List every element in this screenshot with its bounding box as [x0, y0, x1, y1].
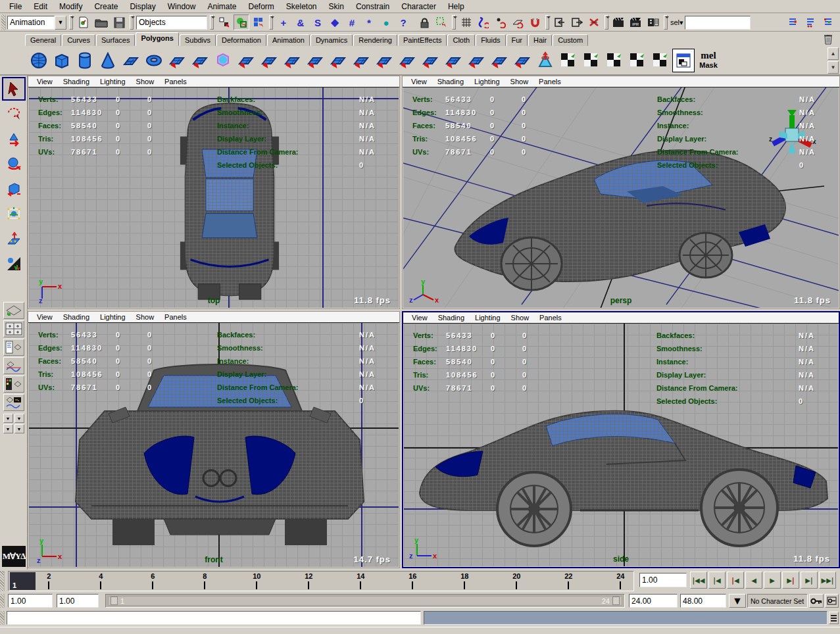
panel-menu-view[interactable]: View [407, 78, 432, 85]
uv-texture-editor-icon[interactable] [649, 49, 672, 72]
construction-history-icon[interactable] [586, 14, 602, 30]
panel-menu-lighting[interactable]: Lighting [95, 78, 130, 85]
select-handles-icon[interactable]: & [293, 14, 309, 30]
ipr-render-icon[interactable]: IPR [628, 14, 644, 30]
mel-mask-shelf-item[interactable]: mel Mask [695, 49, 722, 72]
time-slider[interactable]: 1 24681012141618202224 [8, 571, 634, 591]
shelf-tab-dynamics[interactable]: Dynamics [310, 34, 353, 46]
shelf-tab-deformation[interactable]: Deformation [216, 34, 266, 46]
shelf-tab-rendering[interactable]: Rendering [353, 34, 397, 46]
show-tool-settings-icon[interactable] [803, 14, 818, 30]
panel-menu-panels[interactable]: Panels [534, 78, 566, 85]
input-connections-icon[interactable] [552, 14, 568, 30]
menu-display[interactable]: Display [124, 1, 161, 12]
panel-menu-view[interactable]: View [32, 78, 57, 85]
command-line-input[interactable] [7, 611, 421, 625]
range-options-dropdown-icon[interactable]: ▼ [729, 594, 746, 608]
scroll-up-icon[interactable]: ▲ [828, 47, 839, 60]
four-pane-layout[interactable] [3, 320, 24, 337]
status-group-separator[interactable] [605, 15, 608, 30]
range-end-handle[interactable] [612, 597, 620, 605]
merge-vertices-icon[interactable] [350, 49, 372, 72]
show-channel-box-icon[interactable] [820, 14, 836, 30]
panel-menu-lighting[interactable]: Lighting [95, 313, 130, 321]
save-scene-icon[interactable] [111, 14, 127, 30]
poly-plane-icon[interactable] [120, 49, 142, 72]
panel-menu-shading[interactable]: Shading [59, 313, 94, 321]
status-group-separator[interactable] [452, 15, 456, 30]
shelf-tab-cloth[interactable]: Cloth [447, 34, 475, 46]
script-panel-icon[interactable] [672, 49, 695, 72]
select-tool[interactable] [2, 77, 26, 101]
scale-tool[interactable] [2, 177, 26, 201]
play-forwards-icon[interactable]: ▶ [764, 572, 781, 589]
object-mode-icon[interactable] [234, 14, 249, 30]
panel-menu-show[interactable]: Show [132, 313, 159, 321]
panel-menu-show[interactable]: Show [506, 78, 533, 85]
extract-icon[interactable] [511, 49, 533, 72]
menu-help[interactable]: Help [443, 1, 470, 12]
viewport-canvas-front[interactable]: Verts:5643300Edges:11483000Faces:5854000… [29, 323, 399, 567]
show-attribute-editor-icon[interactable] [785, 14, 801, 30]
menu-edit[interactable]: Edit [28, 1, 53, 12]
scroll-down-icon[interactable]: ▼ [828, 61, 839, 74]
viewport-canvas-persp[interactable]: z x Verts:5643300Edges:11483000Faces:585… [403, 87, 839, 308]
script-editor-icon[interactable] [829, 612, 839, 624]
component-mode-icon[interactable] [251, 14, 266, 30]
status-group-separator[interactable] [130, 15, 134, 30]
poly-sphere-icon[interactable] [28, 49, 50, 72]
poly-torus-icon[interactable] [143, 49, 165, 72]
time-slider-drag-handle[interactable] [0, 571, 5, 591]
universal-manipulator-tool[interactable] [2, 202, 26, 226]
menu-modify[interactable]: Modify [54, 1, 87, 12]
menu-skin[interactable]: Skin [324, 1, 349, 12]
layout-shortcut-menu-icon[interactable]: ▼ [14, 414, 24, 423]
current-time-field[interactable] [639, 573, 687, 587]
selection-mask-field[interactable] [136, 16, 207, 30]
viewport-canvas-side[interactable]: Verts:5643300Edges:11483000Faces:5854000… [404, 324, 838, 566]
snap-to-grids-icon[interactable] [458, 14, 474, 30]
split-polygon-icon[interactable] [281, 49, 303, 72]
panel-menu-show[interactable]: Show [506, 314, 534, 322]
wedge-face-icon[interactable] [396, 49, 418, 72]
menu-create[interactable]: Create [89, 1, 123, 12]
layout-shortcut-menu-icon[interactable]: ▼ [14, 424, 24, 433]
mirror-geometry-icon[interactable] [235, 49, 257, 72]
go-to-end-icon[interactable]: ▶▶| [819, 572, 836, 589]
poke-face-icon[interactable] [419, 49, 441, 72]
status-group-separator[interactable] [69, 15, 73, 30]
menu-character[interactable]: Character [396, 1, 441, 12]
poly-cone-icon[interactable] [97, 49, 119, 72]
subdivide-icon[interactable] [258, 49, 280, 72]
menu-file[interactable]: File [4, 1, 27, 12]
append-polygon-icon[interactable] [189, 49, 211, 72]
status-group-separator[interactable] [664, 15, 668, 30]
step-back-frame-icon[interactable]: |◀ [708, 572, 726, 589]
status-line-drag-handle[interactable] [1, 14, 6, 30]
extrude-face-icon[interactable] [304, 49, 326, 72]
go-to-start-icon[interactable]: |◀◀ [690, 572, 707, 589]
panel-menu-shading[interactable]: Shading [433, 78, 468, 85]
render-globals-icon[interactable] [645, 14, 661, 30]
shelf-tab-fluids[interactable]: Fluids [476, 34, 505, 46]
show-manipulator-tool[interactable] [2, 252, 26, 276]
smooth-proxy-icon[interactable] [212, 49, 234, 72]
set-key-icon[interactable] [809, 594, 824, 608]
select-misc-icon[interactable]: ? [395, 14, 411, 30]
hypershade-persp-layout[interactable] [3, 376, 24, 393]
step-forward-frame-icon[interactable]: ▶| [801, 572, 818, 589]
layout-shortcut-menu-icon[interactable]: ▼ [3, 414, 13, 423]
step-back-key-icon[interactable]: |◀ [727, 572, 744, 589]
panel-menu-show[interactable]: Show [132, 78, 159, 85]
step-forward-key-icon[interactable]: ▶| [782, 572, 799, 589]
panel-menu-shading[interactable]: Shading [433, 314, 469, 322]
range-slider-drag-handle[interactable] [0, 594, 5, 608]
combine-icon[interactable] [488, 49, 510, 72]
shelf-tab-animation[interactable]: Animation [267, 34, 310, 46]
playback-start-field[interactable] [8, 594, 53, 608]
menu-skeleton[interactable]: Skeleton [281, 1, 322, 12]
select-curves-icon[interactable]: S [310, 14, 326, 30]
range-slider-bar[interactable]: 1 24 [105, 594, 625, 608]
quick-selection-input[interactable] [685, 16, 751, 30]
lock-selection-icon[interactable] [416, 14, 432, 30]
